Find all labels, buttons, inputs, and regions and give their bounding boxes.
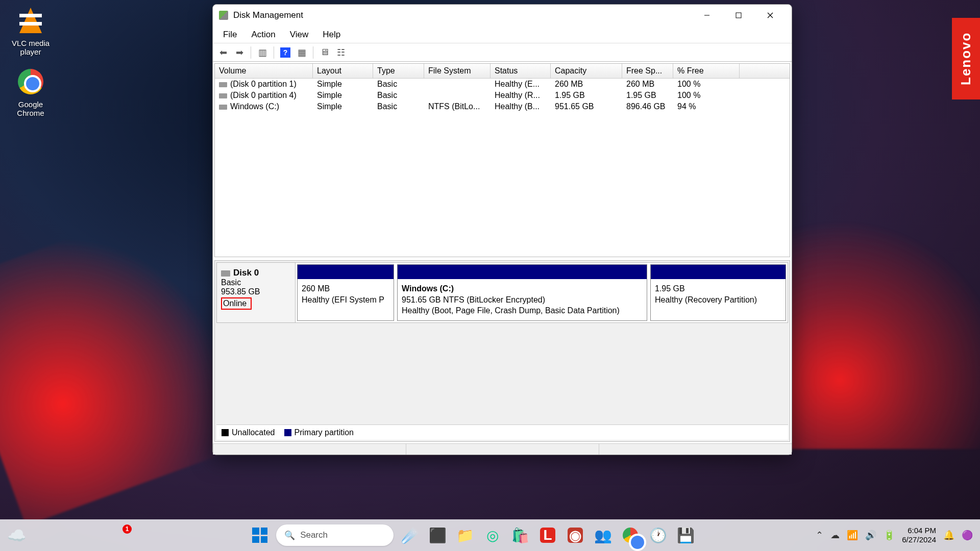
- desktop-background[interactable]: Lenovo VLC media player Google Chrome Di…: [0, 0, 980, 551]
- menu-help[interactable]: Help: [315, 27, 348, 42]
- taskbar-app-edge[interactable]: ◎: [481, 524, 504, 546]
- table-row[interactable]: (Disk 0 partition 4)SimpleBasicHealthy (…: [215, 90, 790, 101]
- table-row[interactable]: (Disk 0 partition 1)SimpleBasicHealthy (…: [215, 79, 790, 90]
- speaker-icon: 🔊: [865, 530, 876, 540]
- taskview-icon: ⬛: [429, 527, 447, 544]
- partition-block[interactable]: 1.95 GBHealthy (Recovery Partition): [650, 264, 786, 321]
- settings-button[interactable]: ▦: [295, 45, 309, 60]
- meteor-icon: ☄️: [401, 527, 419, 544]
- taskbar-app-diskmgmt[interactable]: 💾: [674, 524, 697, 546]
- maximize-button[interactable]: [723, 5, 754, 26]
- weather-widget[interactable]: ☁️: [7, 527, 130, 544]
- forward-button[interactable]: ➡: [232, 45, 247, 60]
- legend-label: Primary partition: [295, 428, 354, 437]
- col-type[interactable]: Type: [373, 64, 424, 78]
- partition-block[interactable]: Windows (C:)951.65 GB NTFS (BitLocker En…: [397, 264, 647, 321]
- cell-filesystem: [424, 90, 491, 101]
- col-percent-free[interactable]: % Free: [673, 64, 740, 78]
- cell-free: 1.95 GB: [622, 90, 673, 101]
- desktop-icon-vlc[interactable]: VLC media player: [8, 8, 54, 56]
- disk-graphical-pane[interactable]: Disk 0 Basic 953.85 GB Online 260 MBHeal…: [214, 260, 790, 442]
- tray-copilot[interactable]: 🟣: [962, 530, 973, 541]
- table-row[interactable]: Windows (C:)SimpleBasicNTFS (BitLo...Hea…: [215, 101, 790, 112]
- toolbar-separator: [274, 46, 274, 59]
- partition-body: Windows (C:)951.65 GB NTFS (BitLocker En…: [398, 279, 647, 320]
- desktop-icon-chrome[interactable]: Google Chrome: [8, 69, 54, 117]
- taskbar-app-chrome[interactable]: [619, 524, 642, 546]
- minimize-button[interactable]: [692, 5, 722, 26]
- tray-wifi[interactable]: 📶: [847, 530, 858, 541]
- taskbar-app-store[interactable]: 🛍️: [509, 524, 531, 546]
- close-icon: [767, 12, 774, 19]
- cell-capacity: 260 MB: [551, 79, 622, 90]
- disk-type: Basic: [221, 278, 291, 287]
- arrow-left-icon: ⬅: [219, 47, 227, 58]
- disk-icon: [219, 93, 227, 98]
- battery-icon: 🔋: [884, 530, 895, 540]
- properties-button[interactable]: ☷: [334, 45, 348, 60]
- taskbar-app-clock[interactable]: 🕐: [647, 524, 669, 546]
- taskbar-app-meteor[interactable]: ☄️: [399, 524, 421, 546]
- tray-battery[interactable]: 🔋: [884, 530, 895, 541]
- start-button[interactable]: [249, 524, 271, 546]
- volume-list-pane[interactable]: Volume Layout Type File System Status Ca…: [214, 63, 790, 257]
- menu-view[interactable]: View: [283, 27, 316, 42]
- menu-file[interactable]: File: [216, 27, 244, 42]
- volume-list-body[interactable]: (Disk 0 partition 1)SimpleBasicHealthy (…: [215, 79, 790, 257]
- panel-icon: ▥: [258, 47, 267, 58]
- copilot-icon: 🟣: [962, 530, 973, 540]
- col-filesystem[interactable]: File System: [424, 64, 491, 78]
- taskbar-app-explorer[interactable]: 📁: [454, 524, 476, 546]
- tray-onedrive[interactable]: ☁: [830, 530, 840, 541]
- col-capacity[interactable]: Capacity: [551, 64, 622, 78]
- cell-capacity: 1.95 GB: [551, 90, 622, 101]
- close-button[interactable]: [755, 5, 786, 26]
- col-volume[interactable]: Volume: [215, 64, 313, 78]
- partition-block[interactable]: 260 MBHealthy (EFI System P: [297, 264, 394, 321]
- cell-volume: (Disk 0 partition 4): [215, 90, 313, 101]
- taskbar-app-red[interactable]: ◉: [564, 524, 586, 546]
- search-icon: 🔍: [284, 530, 295, 541]
- partition-header-bar: [651, 265, 786, 279]
- cloud-icon: ☁: [830, 530, 840, 540]
- show-hide-console-tree-button[interactable]: ▥: [255, 45, 270, 60]
- partition-status: Healthy (Boot, Page File, Crash Dump, Ba…: [402, 305, 643, 316]
- cell-volume: (Disk 0 partition 1): [215, 79, 313, 90]
- taskbar-clock[interactable]: 6:04 PM 6/27/2024: [902, 526, 936, 544]
- taskbar-app-teams[interactable]: 👥: [592, 524, 614, 546]
- chevron-up-icon: ⌃: [816, 530, 823, 540]
- taskbar-app-lenovo[interactable]: L: [536, 524, 559, 546]
- taskbar-app-taskview[interactable]: ⬛: [426, 524, 449, 546]
- tray-chevron[interactable]: ⌃: [816, 530, 823, 541]
- list-icon: ☷: [337, 47, 345, 58]
- windows-logo-icon: [252, 528, 267, 543]
- disk-row[interactable]: Disk 0 Basic 953.85 GB Online 260 MBHeal…: [216, 262, 788, 323]
- refresh-button[interactable]: 🖥: [317, 45, 332, 60]
- toolbar-separator: [251, 46, 251, 59]
- search-placeholder: Search: [300, 530, 328, 540]
- col-status[interactable]: Status: [491, 64, 551, 78]
- back-button[interactable]: ⬅: [216, 45, 230, 60]
- menu-action[interactable]: Action: [244, 27, 282, 42]
- cell-layout: Simple: [313, 101, 373, 112]
- disk-size: 953.85 GB: [221, 287, 291, 296]
- cell-status: Healthy (E...: [491, 79, 551, 90]
- tray-notifications[interactable]: 🔔: [943, 530, 954, 541]
- status-bar: [213, 443, 792, 455]
- col-layout[interactable]: Layout: [313, 64, 373, 78]
- partition-body: 260 MBHealthy (EFI System P: [298, 279, 394, 320]
- help-button[interactable]: ?: [278, 45, 292, 60]
- disk-label[interactable]: Disk 0 Basic 953.85 GB Online: [217, 263, 296, 322]
- cell-filesystem: NTFS (BitLo...: [424, 101, 491, 112]
- partition-body: 1.95 GBHealthy (Recovery Partition): [651, 279, 786, 320]
- cell-filesystem: [424, 79, 491, 90]
- volume-list-header: Volume Layout Type File System Status Ca…: [215, 64, 790, 79]
- taskbar-search[interactable]: 🔍 Search: [276, 524, 394, 546]
- menu-bar: File Action View Help: [213, 26, 792, 43]
- vlc-icon: [19, 8, 42, 33]
- col-free[interactable]: Free Sp...: [622, 64, 673, 78]
- clock-time: 6:04 PM: [902, 526, 936, 535]
- tray-volume[interactable]: 🔊: [865, 530, 876, 541]
- store-icon: 🛍️: [511, 527, 529, 544]
- window-titlebar[interactable]: Disk Management: [213, 5, 792, 26]
